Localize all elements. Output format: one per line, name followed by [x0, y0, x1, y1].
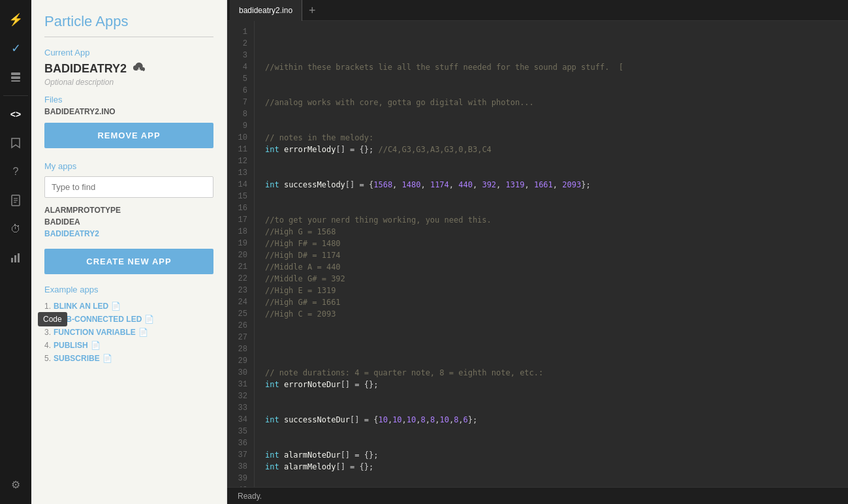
svg-rect-0	[11, 72, 20, 75]
line-numbers: 12345 678910 1112131415 1617181920 21222…	[227, 21, 255, 487]
bookmark-icon[interactable]	[3, 130, 29, 156]
example-item-1: 2. WEB-CONNECTED LED 📄	[44, 313, 213, 326]
current-app-name: BADIDEATRY2	[44, 61, 213, 76]
doc-small-icon-3: 📄	[91, 341, 101, 350]
doc-small-icon-2: 📄	[138, 328, 148, 337]
app-list-item-1[interactable]: BADIDEA	[44, 216, 213, 228]
settings-icon[interactable]: ⚙	[3, 471, 29, 497]
clock-icon[interactable]: ⏱	[3, 216, 29, 242]
current-app-desc: Optional description	[44, 78, 213, 87]
my-apps-label: My apps	[44, 161, 213, 171]
app-list-item-2[interactable]: BADIDEATRY2	[44, 228, 213, 240]
side-panel: Particle Apps Current App BADIDEATRY2 Op…	[31, 0, 227, 504]
code-tooltip: Code	[38, 312, 67, 326]
doc-icon[interactable]	[3, 187, 29, 213]
svg-rect-1	[11, 76, 20, 79]
editor-tabs: badideatry2.ino +	[227, 0, 848, 21]
example-link-3[interactable]: PUBLISH	[54, 341, 88, 350]
files-label: Files	[44, 95, 213, 104]
app-list-item-0[interactable]: ALARMPROTOTYPE	[44, 204, 213, 216]
example-item-3: 4. PUBLISH 📄	[44, 339, 213, 352]
help-icon[interactable]: ?	[3, 159, 29, 185]
svg-rect-9	[18, 253, 20, 262]
doc-small-icon-0: 📄	[111, 302, 121, 311]
svg-rect-7	[11, 258, 13, 262]
icon-bar-bottom: ⚙	[3, 471, 29, 497]
svg-rect-2	[11, 80, 20, 82]
code-editor[interactable]: //within these brackets lie all the stuf…	[255, 21, 848, 487]
code-icon[interactable]: <>	[3, 101, 29, 127]
check-icon[interactable]: ✓	[3, 35, 29, 61]
example-link-2[interactable]: FUNCTION VARIABLE	[54, 328, 136, 337]
example-link-4[interactable]: SUBSCRIBE	[54, 354, 100, 363]
icon-bar: ⚡ ✓ <> ? ⏱ ⚙	[0, 0, 31, 504]
code-container: 12345 678910 1112131415 1617181920 21222…	[227, 21, 848, 487]
cloud-download-icon[interactable]	[132, 61, 146, 76]
panel-title: Particle Apps	[44, 13, 213, 37]
example-item-4: 5. SUBSCRIBE 📄	[44, 352, 213, 365]
example-item-0: 1. BLINK AN LED 📄	[44, 300, 213, 313]
example-item-2: 3. FUNCTION VARIABLE 📄	[44, 326, 213, 339]
doc-small-icon-4: 📄	[102, 354, 112, 363]
status-bar: Ready.	[227, 487, 848, 504]
search-input[interactable]	[44, 176, 213, 198]
chart-icon[interactable]	[3, 245, 29, 271]
status-text: Ready.	[238, 492, 262, 501]
example-link-0[interactable]: BLINK AN LED	[54, 302, 108, 311]
add-tab-button[interactable]: +	[302, 0, 322, 21]
flash-icon[interactable]: ⚡	[3, 7, 29, 33]
editor-tab-main[interactable]: badideatry2.ino	[230, 0, 302, 21]
current-app-label: Current App	[44, 48, 213, 57]
svg-rect-8	[14, 255, 16, 262]
file-item[interactable]: BADIDEATRY2.INO	[44, 107, 213, 116]
files-icon[interactable]	[3, 64, 29, 90]
create-new-app-button[interactable]: CREATE NEW APP	[44, 249, 213, 274]
example-apps-list: 1. BLINK AN LED 📄 2. WEB-CONNECTED LED 📄…	[44, 300, 213, 365]
remove-app-button[interactable]: REMOVE APP	[44, 123, 213, 148]
editor-area: badideatry2.ino + 12345 678910 111213141…	[227, 0, 848, 504]
doc-small-icon-1: 📄	[144, 315, 154, 324]
example-apps-label: Example apps	[44, 285, 213, 294]
